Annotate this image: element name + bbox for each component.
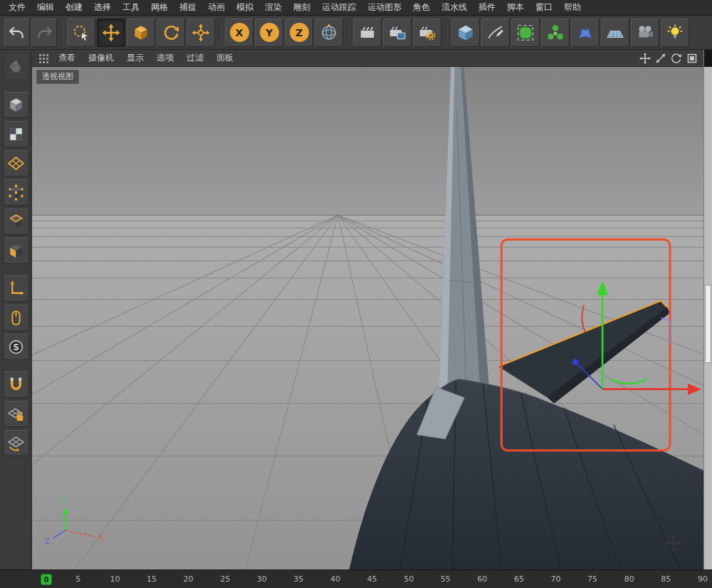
live-selection-button[interactable] bbox=[67, 19, 95, 47]
camera-button[interactable] bbox=[631, 19, 659, 47]
menu-item[interactable]: 捕捉 bbox=[174, 0, 202, 15]
menu-item[interactable]: 编辑 bbox=[31, 0, 60, 15]
timeline-tick[interactable]: 40 bbox=[317, 570, 354, 588]
menu-item[interactable]: 运动跟踪 bbox=[316, 0, 362, 15]
timeline-tick[interactable]: 60 bbox=[464, 570, 501, 588]
y-axis-lock-button[interactable]: Y bbox=[255, 19, 283, 47]
timeline-tick[interactable]: 50 bbox=[390, 570, 427, 588]
menu-item[interactable]: 窗口 bbox=[530, 0, 558, 15]
menu-item[interactable]: 角色 bbox=[407, 0, 436, 15]
timeline-tick[interactable]: 20 bbox=[170, 570, 207, 588]
maximize-view-icon[interactable] bbox=[686, 53, 698, 64]
render-view-button[interactable] bbox=[353, 19, 382, 47]
mograph-cloner-button[interactable] bbox=[541, 19, 570, 47]
rotate-tool-button[interactable] bbox=[157, 19, 185, 47]
menubar: 文件编辑创建选择工具网格捕捉动画模拟渲染雕刻运动跟踪运动图形角色流水线插件脚本窗… bbox=[0, 0, 712, 16]
timeline-tick[interactable]: 85 bbox=[648, 570, 685, 588]
z-axis-lock-button[interactable]: Z bbox=[285, 19, 313, 47]
viewport-menu-item[interactable]: 过滤 bbox=[180, 50, 210, 66]
zoom-view-icon[interactable] bbox=[655, 53, 666, 64]
enable-axis-button[interactable] bbox=[3, 275, 29, 302]
timeline-tick[interactable]: 10 bbox=[97, 570, 134, 588]
timeline-tick[interactable]: 30 bbox=[244, 570, 281, 588]
workplane-mode-button[interactable] bbox=[3, 150, 29, 177]
snap-label: S bbox=[13, 342, 19, 352]
edges-mode-button[interactable] bbox=[3, 209, 29, 235]
axis-modification-button[interactable] bbox=[187, 19, 215, 47]
timeline-tick[interactable]: 45 bbox=[354, 570, 391, 588]
timeline-tick[interactable]: 55 bbox=[427, 570, 464, 588]
viewport-menu-item[interactable]: 面板 bbox=[210, 50, 240, 66]
camera-icon bbox=[636, 23, 654, 42]
workplane-rotate-button[interactable] bbox=[3, 430, 29, 456]
viewport-menu-item[interactable]: 查看 bbox=[52, 50, 82, 66]
environment-floor-icon bbox=[606, 23, 624, 42]
texture-mode-button[interactable] bbox=[3, 121, 29, 147]
timeline-ruler[interactable]: 51015202530354045505560657075808590 0 bbox=[0, 569, 712, 588]
timeline-tick[interactable]: 15 bbox=[133, 570, 170, 588]
viewport-3d-scene: Y Z X bbox=[32, 67, 703, 569]
polygons-mode-button[interactable] bbox=[3, 238, 29, 264]
scale-tool-button[interactable] bbox=[127, 19, 155, 47]
menu-item[interactable]: 网格 bbox=[145, 0, 174, 15]
timeline-tick[interactable]: 75 bbox=[574, 570, 611, 588]
deformer-button[interactable] bbox=[571, 19, 600, 47]
timeline-tick[interactable]: 65 bbox=[501, 570, 538, 588]
subdivision-surface-button[interactable] bbox=[511, 19, 540, 47]
magnet-snap-button[interactable] bbox=[3, 372, 29, 398]
viewport-menu-item[interactable]: 显示 bbox=[120, 50, 150, 66]
pan-view-icon[interactable] bbox=[639, 53, 651, 64]
workplane-lock-button[interactable] bbox=[3, 401, 29, 427]
timeline-tick[interactable]: 80 bbox=[611, 570, 648, 588]
menu-item[interactable]: 动画 bbox=[202, 0, 231, 15]
timeline-tick[interactable]: 70 bbox=[538, 570, 575, 588]
redo-button[interactable] bbox=[31, 19, 57, 47]
timeline-tick[interactable]: 25 bbox=[206, 570, 244, 588]
points-mode-button[interactable] bbox=[3, 179, 29, 206]
viewport-menu-item[interactable]: 摄像机 bbox=[82, 50, 120, 66]
timeline-tick[interactable]: 35 bbox=[281, 570, 318, 588]
timeline-tick[interactable]: 90 bbox=[684, 570, 712, 588]
coordinate-system-button[interactable] bbox=[315, 19, 343, 47]
menu-item[interactable]: 帮助 bbox=[558, 0, 587, 15]
menu-item[interactable]: 创建 bbox=[60, 0, 88, 15]
menu-item[interactable]: 运动图形 bbox=[362, 0, 407, 15]
undo-button[interactable] bbox=[4, 19, 30, 47]
z-axis-dot[interactable] bbox=[572, 359, 579, 365]
light-button[interactable] bbox=[661, 19, 689, 47]
menu-item[interactable]: 模拟 bbox=[231, 0, 259, 15]
viewport-solo-button[interactable] bbox=[3, 305, 29, 331]
environment-floor-button[interactable] bbox=[601, 19, 629, 47]
menu-item[interactable]: 渲染 bbox=[259, 0, 288, 15]
timeline-tick[interactable]: 5 bbox=[60, 570, 97, 588]
menu-item[interactable]: 雕刻 bbox=[288, 0, 316, 15]
model-mode-button[interactable] bbox=[3, 92, 29, 118]
viewport-menu-item[interactable]: 选项 bbox=[150, 50, 180, 66]
menu-item[interactable]: 流水线 bbox=[436, 0, 473, 15]
menu-item[interactable]: 工具 bbox=[117, 0, 145, 15]
right-scroll-strip[interactable] bbox=[703, 50, 712, 569]
move-tool-button[interactable] bbox=[97, 19, 125, 47]
menu-item[interactable]: 选择 bbox=[88, 0, 117, 15]
timeline-ticks: 51015202530354045505560657075808590 bbox=[60, 570, 712, 588]
add-cube-button[interactable] bbox=[451, 19, 480, 47]
render-settings-button[interactable] bbox=[413, 19, 441, 47]
timeline-current-frame-marker[interactable]: 0 bbox=[41, 574, 52, 585]
spline-pen-button[interactable] bbox=[481, 19, 510, 47]
menu-item[interactable]: 文件 bbox=[3, 0, 31, 15]
viewport-grid-icon[interactable] bbox=[38, 53, 49, 64]
view-label[interactable]: 透视视图 bbox=[36, 70, 79, 84]
redo-icon bbox=[35, 23, 53, 42]
snap-button[interactable]: S bbox=[3, 334, 29, 360]
menu-item[interactable]: 插件 bbox=[473, 0, 501, 15]
deformer-icon bbox=[576, 23, 595, 42]
make-editable-button[interactable] bbox=[3, 54, 29, 80]
scrollbar-thumb[interactable] bbox=[705, 285, 711, 363]
x-axis-lock-button[interactable]: X bbox=[225, 19, 253, 47]
viewport-canvas[interactable]: Y Z X 透视视图 bbox=[32, 67, 703, 569]
axis-y-label: Y bbox=[61, 498, 66, 506]
menu-item[interactable]: 脚本 bbox=[501, 0, 530, 15]
z-axis-label: Z bbox=[295, 27, 303, 38]
rotate-view-icon[interactable] bbox=[671, 53, 682, 64]
render-picture-viewer-button[interactable] bbox=[383, 19, 412, 47]
